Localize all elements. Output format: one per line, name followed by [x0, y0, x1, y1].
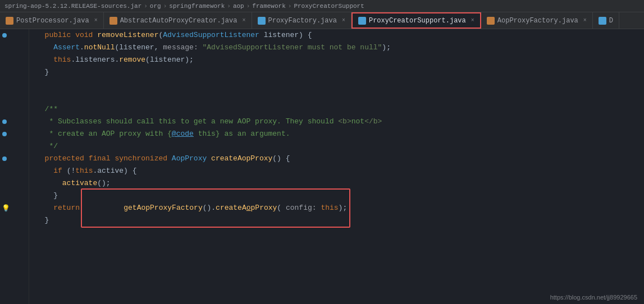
proxy-icon: [599, 17, 606, 25]
gutter-line: [0, 103, 29, 116]
proxy-icon: [358, 17, 366, 25]
breadcrumb-item: springframework: [169, 3, 225, 10]
breadcrumb-item: spring-aop-5.2.12.RELEASE-sources.jar: [4, 3, 141, 10]
tab-bar: PostProcessor.java × AbstractAutoProxyCr…: [0, 12, 644, 29]
tab-label: AbstractAutoProxyCreator.java: [120, 17, 237, 25]
tab-aopproxy[interactable]: AopProxyFactory.java ×: [481, 12, 593, 29]
proxy-icon: [258, 17, 266, 25]
gutter-line: 💡: [0, 202, 29, 214]
code-line: protected final synchronized AopProxy cr…: [36, 153, 644, 165]
gutter-line: [0, 66, 29, 79]
code-line: Assert.notNull(listener, message: "Advis…: [36, 42, 644, 54]
code-area: public void removeListener(AdvisedSuppor…: [29, 29, 644, 304]
gutter: 💡: [0, 29, 29, 304]
breadcrumb-sep: ›: [288, 3, 292, 10]
bulb-icon: 💡: [2, 204, 10, 213]
java-icon: [109, 17, 117, 25]
code-line: if (!this.active) {: [36, 165, 644, 177]
code-line: }: [36, 66, 644, 79]
tab-close-icon[interactable]: ×: [583, 17, 587, 24]
breadcrumb-sep: ›: [144, 3, 148, 10]
tab-postprocessor[interactable]: PostProcessor.java ×: [0, 12, 104, 29]
code-line: activate();: [36, 177, 644, 190]
tab-proxyfactory[interactable]: ProxyFactory.java ×: [252, 12, 351, 29]
breadcrumb-item: framework: [252, 3, 285, 10]
code-line: * Subclasses should call this to get a n…: [36, 116, 644, 128]
gutter-line: [0, 79, 29, 91]
gutter-line: [0, 42, 29, 54]
tab-label: D: [609, 17, 613, 25]
gutter-line: [0, 116, 29, 128]
tab-abstract[interactable]: AbstractAutoProxyCreator.java ×: [104, 12, 252, 29]
code-line: [36, 79, 644, 91]
gutter-line: [0, 214, 29, 227]
tab-label: ProxyCreatorSupport.java: [369, 17, 466, 25]
tab-label: AopProxyFactory.java: [497, 17, 578, 25]
tab-d[interactable]: D: [593, 12, 619, 29]
tab-close-icon[interactable]: ×: [242, 17, 245, 24]
gutter-line: [0, 190, 29, 202]
tab-close-icon[interactable]: ×: [471, 17, 474, 24]
breadcrumb-sep: ›: [227, 3, 231, 10]
gutter-line: [0, 177, 29, 190]
breadcrumb-item: ProxyCreatorSupport: [294, 3, 364, 10]
gutter-line: [0, 153, 29, 165]
code-line: * create an AOP proxy with {@code this} …: [36, 128, 644, 140]
tab-label: ProxyFactory.java: [268, 17, 337, 25]
tab-proxycreator[interactable]: ProxyCreatorSupport.java ×: [351, 12, 481, 29]
code-line: [36, 91, 644, 103]
java-icon: [487, 17, 495, 25]
gutter-line: [0, 140, 29, 153]
gutter-line: [0, 128, 29, 140]
breadcrumb-sep: ›: [163, 3, 167, 10]
tab-close-icon[interactable]: ×: [94, 17, 98, 24]
tab-close-icon[interactable]: ×: [342, 17, 345, 24]
breadcrumb-item: aop: [233, 3, 244, 10]
watermark: https://blog.csdn.net/jj89929665: [550, 294, 637, 301]
gutter-line: [0, 29, 29, 42]
tab-label: PostProcessor.java: [16, 17, 89, 25]
code-line: this.listeners.remove(listener);: [36, 54, 644, 66]
gutter-line: [0, 54, 29, 66]
return-line: return getAopProxyFactory().createAopPro…: [36, 202, 644, 214]
code-line: public void removeListener(AdvisedSuppor…: [36, 29, 644, 42]
java-icon: [6, 17, 13, 25]
gutter-line: [0, 91, 29, 103]
breadcrumb-bar: spring-aop-5.2.12.RELEASE-sources.jar › …: [0, 0, 644, 12]
breadcrumb-item: org: [150, 3, 161, 10]
editor-area: 💡 public void removeListener(AdvisedSupp…: [0, 29, 644, 304]
code-line: */: [36, 140, 644, 153]
gutter-line: [0, 165, 29, 177]
code-line: /**: [36, 103, 644, 116]
breadcrumb-sep: ›: [246, 3, 250, 10]
